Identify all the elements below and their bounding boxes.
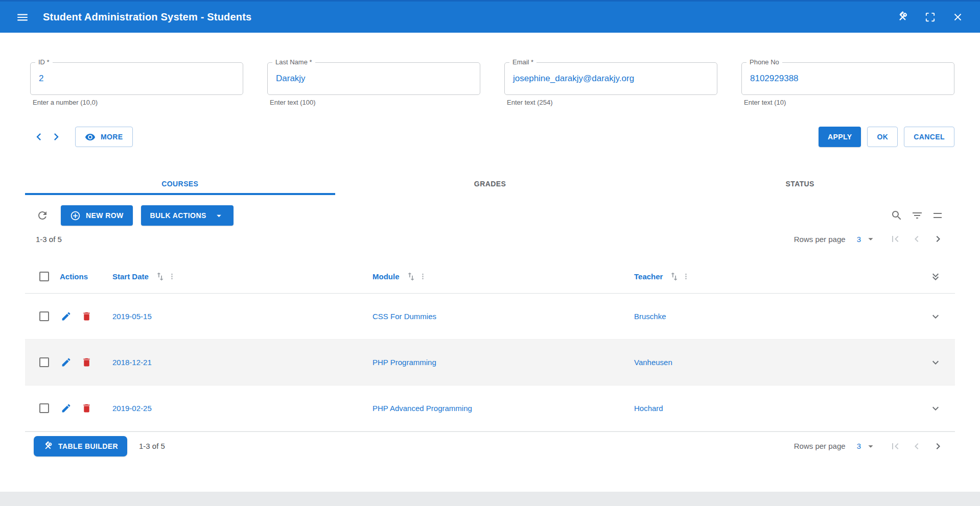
- cell-module[interactable]: CSS For Dummies: [372, 312, 634, 321]
- menu-icon[interactable]: [13, 8, 32, 27]
- table-toolbar: NEW ROW BULK ACTIONS: [25, 205, 955, 226]
- row-checkbox[interactable]: [39, 311, 49, 321]
- new-row-button[interactable]: NEW ROW: [61, 205, 133, 226]
- table-footer: TABLE BUILDER 1-3 of 5 Rows per page 3: [25, 431, 955, 460]
- previous-page-icon[interactable]: [907, 229, 926, 249]
- range-text: 1-3 of 5: [36, 235, 62, 244]
- cell-module[interactable]: PHP Advanced Programming: [372, 404, 634, 413]
- ok-button[interactable]: OK: [867, 127, 898, 147]
- apply-button[interactable]: APPLY: [819, 127, 861, 147]
- row-expand-icon[interactable]: [923, 402, 948, 415]
- tab-courses[interactable]: COURSES: [25, 173, 335, 195]
- edit-icon[interactable]: [60, 356, 72, 369]
- cell-start-date[interactable]: 2018-12-21: [112, 358, 372, 367]
- desktop-edge-strip: [0, 492, 980, 506]
- next-page-icon[interactable]: [928, 437, 948, 456]
- phone-input[interactable]: Phone No 8102929388: [741, 62, 954, 95]
- detail-tabs: COURSES GRADES STATUS: [25, 173, 955, 195]
- new-row-button-label: NEW ROW: [86, 211, 124, 220]
- phone-helper-text: Enter text (10): [744, 99, 954, 106]
- range-text: 1-3 of 5: [139, 442, 165, 450]
- previous-page-icon[interactable]: [907, 437, 926, 456]
- email-label: Email *: [509, 58, 536, 66]
- select-all-checkbox[interactable]: [39, 272, 49, 281]
- cell-start-date[interactable]: 2019-05-15: [112, 312, 372, 321]
- dropdown-arrow-icon: [865, 441, 876, 452]
- search-icon[interactable]: [886, 205, 907, 226]
- student-admin-window: Student Administration System - Students: [0, 0, 980, 506]
- tab-status[interactable]: STATUS: [645, 173, 955, 195]
- delete-icon[interactable]: [80, 402, 92, 415]
- expand-all-icon[interactable]: [923, 271, 948, 283]
- id-label: ID *: [35, 58, 53, 66]
- delete-icon[interactable]: [80, 310, 92, 323]
- dropdown-arrow-icon: [865, 233, 876, 245]
- row-checkbox[interactable]: [39, 357, 49, 367]
- column-header-teacher[interactable]: Teacher: [634, 271, 923, 282]
- rows-per-page-value: 3: [857, 235, 861, 244]
- email-helper-text: Enter text (254): [507, 99, 717, 106]
- add-circle-icon: [70, 210, 81, 221]
- column-menu-icon: [682, 272, 690, 281]
- row-expand-icon[interactable]: [923, 310, 948, 323]
- rows-per-page-select[interactable]: 3: [857, 233, 876, 245]
- edit-icon[interactable]: [60, 310, 72, 323]
- last-name-label: Last Name *: [272, 58, 315, 66]
- row-checkbox[interactable]: [39, 403, 49, 413]
- id-value: 2: [39, 74, 43, 84]
- column-menu-icon: [168, 272, 176, 281]
- id-input[interactable]: ID * 2: [30, 62, 243, 95]
- rows-per-page-label: Rows per page: [794, 235, 846, 244]
- tab-grades[interactable]: GRADES: [335, 173, 645, 195]
- last-name-value: Darakjy: [276, 74, 306, 84]
- column-header-module[interactable]: Module: [372, 271, 634, 282]
- next-record-button[interactable]: [48, 128, 65, 146]
- row-height-icon[interactable]: [927, 205, 948, 226]
- edit-icon[interactable]: [60, 402, 72, 415]
- column-header-actions: Actions: [60, 272, 112, 281]
- eye-icon: [85, 132, 96, 142]
- next-page-icon[interactable]: [928, 229, 948, 249]
- record-form: ID * 2 Enter a number (10,0) Last Name *…: [0, 62, 980, 106]
- row-expand-icon[interactable]: [923, 356, 948, 369]
- filter-icon[interactable]: [907, 205, 927, 226]
- cell-teacher[interactable]: Bruschke: [634, 312, 923, 321]
- table-row: 2019-05-15 CSS For Dummies Bruschke: [25, 294, 955, 340]
- cell-teacher[interactable]: Hochard: [634, 404, 923, 413]
- previous-record-button[interactable]: [30, 128, 48, 146]
- close-icon[interactable]: [948, 8, 967, 27]
- fullscreen-icon[interactable]: [921, 8, 939, 27]
- cell-module[interactable]: PHP Programming: [372, 358, 634, 367]
- rows-per-page-value: 3: [857, 442, 861, 450]
- dropdown-arrow-icon: [214, 210, 224, 221]
- rows-per-page-label: Rows per page: [794, 442, 846, 450]
- column-header-teacher-label: Teacher: [634, 272, 663, 281]
- cell-start-date[interactable]: 2019-02-25: [112, 404, 372, 413]
- rows-per-page-select[interactable]: 3: [857, 441, 876, 452]
- last-name-input[interactable]: Last Name * Darakjy: [267, 62, 480, 95]
- bulk-actions-button[interactable]: BULK ACTIONS: [141, 205, 234, 226]
- first-page-icon[interactable]: [885, 229, 905, 249]
- last-name-helper-text: Enter text (100): [270, 99, 480, 106]
- email-field: Email * josephine_darakjy@darakjy.org En…: [504, 62, 717, 106]
- tools-icon: [43, 441, 53, 451]
- email-input[interactable]: Email * josephine_darakjy@darakjy.org: [504, 62, 717, 95]
- titlebar: Student Administration System - Students: [0, 0, 980, 33]
- table-header-row: Actions Start Date Module Teacher: [25, 260, 955, 294]
- delete-icon[interactable]: [80, 356, 92, 369]
- id-field: ID * 2 Enter a number (10,0): [30, 62, 243, 106]
- more-button[interactable]: MORE: [75, 127, 133, 147]
- sort-icon: [406, 271, 416, 282]
- bulk-actions-button-label: BULK ACTIONS: [150, 211, 206, 220]
- table-builder-button[interactable]: TABLE BUILDER: [34, 436, 127, 456]
- tools-icon[interactable]: [893, 8, 912, 27]
- first-page-icon[interactable]: [885, 437, 905, 456]
- email-value: josephine_darakjy@darakjy.org: [513, 74, 634, 84]
- sort-icon: [155, 271, 166, 282]
- phone-field: Phone No 8102929388 Enter text (10): [741, 62, 954, 106]
- cell-teacher[interactable]: Vanheusen: [634, 358, 923, 367]
- refresh-icon[interactable]: [32, 205, 53, 226]
- last-name-field: Last Name * Darakjy Enter text (100): [267, 62, 480, 106]
- cancel-button[interactable]: CANCEL: [904, 127, 954, 147]
- column-header-start-date[interactable]: Start Date: [112, 271, 372, 282]
